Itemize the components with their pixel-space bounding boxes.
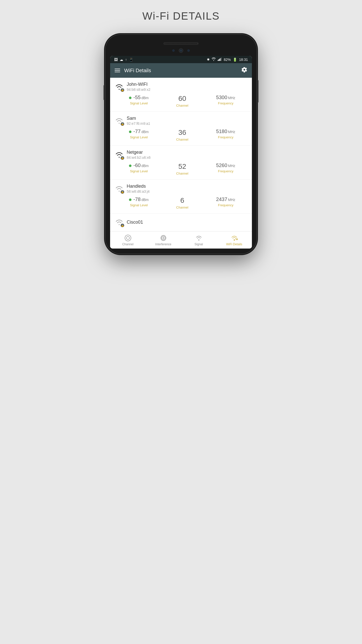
battery-percentage: 82% [224, 58, 231, 62]
channel-stat: 6 Channel [161, 196, 204, 209]
frequency-unit: MHz [228, 164, 235, 168]
signal-number: -60 [133, 163, 141, 168]
signal-stat: -77 dBm Signal Level [117, 129, 161, 141]
network-item[interactable]: 🔒 Netgear 84:w4:b2:u6:x6 -60 dBm [110, 146, 252, 180]
network-info: John-WIFI 94:b8:s8:w9:x2 [127, 82, 150, 92]
frequency-value: 5300 MHz [216, 95, 235, 100]
network-item-partial[interactable]: 🔒 Cisco01 [110, 214, 252, 231]
signal-label: Signal Level [130, 169, 148, 173]
hamburger-button[interactable] [115, 69, 120, 72]
hamburger-line-1 [115, 69, 120, 69]
channel-stat: 36 Channel [161, 129, 204, 141]
frequency-stat: 5300 MHz Frequency [204, 95, 247, 107]
status-cloud-icon: ☁ [120, 58, 123, 62]
network-header: 🔒 Sam 92:e7:f6:m9:a1 [115, 116, 247, 126]
signal-bars-icon [218, 57, 222, 62]
settings-button[interactable] [241, 67, 247, 74]
network-info: Sam 92:e7:f6:m9:a1 [127, 116, 150, 126]
network-name: Sam [127, 116, 150, 121]
signal-unit: dBm [141, 96, 149, 100]
network-stats: -60 dBm Signal Level 52 Channel 5260 MHz [115, 163, 247, 175]
network-name: Cisco01 [127, 220, 143, 225]
network-item[interactable]: 🔒 Handleds 58:w8:d6:a3:j4 -78 dBm [110, 180, 252, 214]
network-item[interactable]: 🔒 John-WIFI 94:b8:s8:w9:x2 -55 dBm [110, 78, 252, 112]
channel-label: Channel [176, 206, 188, 209]
network-info: Cisco01 [127, 220, 143, 225]
network-item[interactable]: 🔒 Sam 92:e7:f6:m9:a1 -77 dBm Sig [110, 112, 252, 146]
channel-value: 60 [178, 95, 186, 103]
network-stats: -77 dBm Signal Level 36 Channel 5180 MHz [115, 129, 247, 141]
bottom-nav: Channel [110, 231, 252, 249]
svg-rect-2 [220, 58, 220, 61]
channel-stat: 60 Channel [161, 95, 204, 107]
nav-channel[interactable]: Channel [110, 231, 146, 249]
nav-signal-label: Signal [195, 243, 203, 246]
network-stats: -78 dBm Signal Level 6 Channel 2437 MHz [115, 196, 247, 209]
svg-rect-0 [218, 60, 218, 61]
wifi-icon-container: 🔒 [115, 218, 124, 227]
nav-interference[interactable]: Interference [146, 231, 181, 249]
signal-unit: dBm [141, 164, 149, 168]
network-name: John-WIFI [127, 82, 150, 87]
lock-icon: 🔒 [121, 190, 124, 194]
signal-number: -77 [133, 129, 141, 134]
status-bar: 🖼 ☁ ↑ 📱 ✱ [110, 56, 252, 63]
network-mac: 92:e7:f6:m9:a1 [127, 122, 150, 126]
lock-icon: 🔒 [121, 156, 124, 160]
nav-channel-label: Channel [122, 243, 133, 246]
frequency-stat: 5260 MHz Frequency [204, 163, 247, 175]
wifi-icon-container: 🔒 [115, 184, 124, 193]
status-bar-left: 🖼 ☁ ↑ 📱 [114, 58, 133, 62]
frequency-label: Frequency [218, 203, 233, 207]
status-bar-right: ✱ 82% 🔋 [207, 57, 248, 62]
channel-value: 52 [178, 163, 186, 171]
frequency-stat: 2437 MHz Frequency [204, 196, 247, 209]
frequency-value: 5260 MHz [216, 163, 235, 168]
frequency-unit: MHz [228, 96, 235, 100]
signal-dot [129, 97, 131, 99]
phone-sensor-2 [187, 49, 190, 52]
side-button-left [104, 85, 105, 100]
frequency-unit: MHz [228, 198, 235, 202]
frequency-label: Frequency [218, 135, 233, 139]
phone-screen: 🖼 ☁ ↑ 📱 ✱ [110, 56, 252, 249]
nav-interference-label: Interference [155, 243, 171, 246]
phone-camera-row [110, 48, 252, 53]
nav-wifi-details[interactable]: WiFi Details [216, 231, 252, 249]
app-bar-left: WiFi Details [115, 68, 151, 73]
signal-label: Signal Level [130, 135, 148, 139]
frequency-stat: 5180 MHz Frequency [204, 129, 247, 141]
app-bar: WiFi Details [110, 63, 252, 78]
frequency-value: 2437 MHz [216, 196, 235, 202]
signal-value: -55 dBm [129, 95, 149, 100]
frequency-number: 5260 [216, 163, 228, 168]
channel-label: Channel [176, 172, 188, 175]
network-mac: 94:b8:s8:w9:x2 [127, 88, 150, 92]
phone-speaker [163, 42, 199, 45]
bluetooth-icon: ✱ [207, 58, 210, 61]
network-stats: -55 dBm Signal Level 60 Channel 5300 MHz [115, 95, 247, 107]
channel-stat: 52 Channel [161, 163, 204, 175]
interference-nav-icon [160, 234, 167, 242]
nav-wifi-details-label: WiFi Details [226, 243, 242, 246]
signal-label: Signal Level [130, 101, 148, 105]
signal-stat: -60 dBm Signal Level [117, 163, 161, 175]
channel-value: 36 [178, 129, 186, 137]
signal-unit: dBm [141, 198, 149, 202]
signal-stat: -55 dBm Signal Level [117, 95, 161, 107]
network-name: Netgear [127, 150, 151, 155]
frequency-number: 5180 [216, 129, 228, 134]
signal-unit: dBm [141, 130, 149, 134]
signal-stat: -78 dBm Signal Level [117, 196, 161, 209]
signal-value: -77 dBm [129, 129, 149, 134]
clock: 18:31 [239, 58, 248, 62]
network-info: Netgear 84:w4:b2:u6:x6 [127, 150, 151, 159]
network-info: Handleds 58:w8:d6:a3:j4 [127, 184, 150, 193]
hamburger-line-3 [115, 72, 120, 72]
network-list: 🔒 John-WIFI 94:b8:s8:w9:x2 -55 dBm [110, 78, 252, 231]
status-phone-icon: 📱 [129, 58, 133, 62]
signal-label: Signal Level [130, 203, 148, 207]
nav-signal[interactable]: Signal [181, 231, 216, 249]
signal-dot [129, 198, 131, 201]
network-mac: 58:w8:d6:a3:j4 [127, 189, 150, 193]
